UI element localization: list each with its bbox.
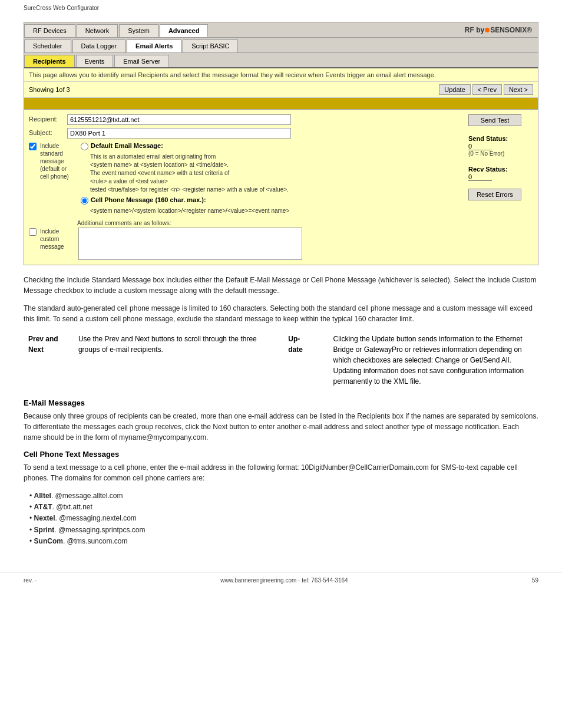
prev-button[interactable]: < Prev <box>472 84 502 95</box>
carrier-alltel: Alltel. @message.alltel.com <box>29 490 538 502</box>
cell-section-text: To send a text message to a cell phone, … <box>24 462 538 483</box>
include-standard-checkbox[interactable] <box>29 143 37 150</box>
send-status-section: Send Status: 0 (0 = No Error) <box>468 133 508 157</box>
tab-events[interactable]: Events <box>76 55 114 67</box>
cell-phone-text: <system name>/<system location>/<registe… <box>90 207 462 215</box>
tab-row-2: Scheduler Data Logger Email Alerts Scrip… <box>24 38 538 53</box>
carrier-nextel: Nextel. @messaging.nextel.com <box>29 513 538 524</box>
description-bar: This page allows you to identify email R… <box>24 68 538 82</box>
recipient-input[interactable] <box>67 114 291 125</box>
help-term-update: Up-date <box>283 331 328 389</box>
pagination-buttons: Update < Prev Next > <box>439 84 533 95</box>
form-left: Recipient: Subject: Includestandardmessa… <box>29 114 462 260</box>
next-button[interactable]: Next > <box>504 84 533 95</box>
tab-network[interactable]: Network <box>77 24 118 37</box>
recv-status-value: 0 <box>468 173 492 181</box>
tab-data-logger[interactable]: Data Logger <box>72 39 126 52</box>
recv-status-label: Recv Status: <box>468 166 508 173</box>
recipient-label: Recipient: <box>29 114 67 123</box>
footer-rev: rev. - <box>24 577 37 584</box>
tab-scheduler[interactable]: Scheduler <box>24 39 71 52</box>
page-footer: rev. - www.bannerengineering.com - tel: … <box>0 572 562 588</box>
help-desc-update: Clicking the Update button sends informa… <box>329 331 538 389</box>
additional-label: Additional comments are as follows: <box>77 220 462 226</box>
carrier-sprint: Sprint. @messaging.sprintpcs.com <box>29 525 538 536</box>
tab-recipients[interactable]: Recipients <box>24 55 75 67</box>
send-status-note: (0 = No Error) <box>468 150 508 157</box>
default-email-radio-row: Default Email Message: <box>81 142 462 150</box>
pagination-bar: Showing 1of 3 Update < Prev Next > <box>24 82 538 98</box>
footer-page: 59 <box>532 577 538 584</box>
help-term-prevnext: Prev andNext <box>24 331 74 389</box>
tab-row-1: RF Devices Network System Advanced RF by… <box>24 22 538 38</box>
send-status-label: Send Status: <box>468 135 508 142</box>
recv-status-section: Recv Status: 0 <box>468 163 508 181</box>
footer-website: www.bannerengineering.com - tel: 763-544… <box>220 577 348 584</box>
cell-section-title: Cell Phone Text Messages <box>24 450 538 459</box>
help-table: Prev andNext Use the Prev and Next butto… <box>24 331 538 389</box>
subject-row: Subject: <box>29 128 462 139</box>
cell-phone-label: Cell Phone Message (160 char. max.): <box>91 196 206 203</box>
form-right: Send Test Send Status: 0 (0 = No Error) … <box>462 114 533 260</box>
gold-bar <box>24 98 538 110</box>
subject-label: Subject: <box>29 128 67 136</box>
app-name: SureCross Web Configurator <box>24 5 99 11</box>
tab-advanced[interactable]: Advanced <box>160 24 209 37</box>
brand-area: RF by SENSONIX® <box>459 22 538 37</box>
recipient-row: Recipient: <box>29 114 462 125</box>
main-content: RF Devices Network System Advanced RF by… <box>0 16 562 566</box>
tab-row-3: Recipients Events Email Server <box>24 53 538 68</box>
tab-system[interactable]: System <box>119 24 158 37</box>
email-section-text: Because only three groups of recipients … <box>24 411 538 443</box>
reset-errors-button[interactable]: Reset Errors <box>468 189 521 200</box>
pagination-info: Showing 1of 3 <box>29 86 70 93</box>
carrier-suncom: SunCom. @tms.suncom.com <box>29 536 538 547</box>
default-email-radio[interactable] <box>81 143 88 150</box>
include-standard-row: Includestandardmessage(default orcell ph… <box>29 142 462 218</box>
tab-script-basic[interactable]: Script BASIC <box>183 39 238 52</box>
default-email-text: This is an automated email alert origina… <box>90 153 462 194</box>
help-desc-prevnext: Use the Prev and Next buttons to scroll … <box>74 331 283 389</box>
brand-dot <box>485 28 490 32</box>
form-main: Recipient: Subject: Includestandardmessa… <box>29 114 533 260</box>
include-custom-checkbox[interactable] <box>29 228 37 236</box>
subject-input[interactable] <box>67 128 291 139</box>
update-button[interactable]: Update <box>439 84 470 95</box>
description-text: This page allows you to identify email R… <box>29 71 436 78</box>
form-area: Recipient: Subject: Includestandardmessa… <box>24 110 538 265</box>
tab-rf-devices[interactable]: RF Devices <box>24 24 75 37</box>
app-header: SureCross Web Configurator <box>0 0 562 16</box>
body-para1: Checking the Include Standard Message bo… <box>24 275 538 296</box>
body-para2: The standard auto-generated cell phone m… <box>24 303 538 324</box>
message-options: Default Email Message: This is an automa… <box>81 142 462 218</box>
tab-email-alerts[interactable]: Email Alerts <box>127 39 181 52</box>
carrier-att: AT&T. @txt.att.net <box>29 502 538 513</box>
help-row-prevnext: Prev andNext Use the Prev and Next butto… <box>24 331 538 389</box>
send-status-value: 0 <box>468 143 492 150</box>
default-email-label: Default Email Message: <box>91 142 163 149</box>
send-test-button[interactable]: Send Test <box>468 114 521 126</box>
include-custom-label: Includecustommessage <box>40 228 78 251</box>
include-custom-row: Includecustommessage <box>29 228 462 260</box>
ui-panel: RF Devices Network System Advanced RF by… <box>24 22 538 265</box>
cell-phone-radio[interactable] <box>81 197 88 205</box>
include-standard-label: Includestandardmessage(default orcell ph… <box>40 142 78 180</box>
carrier-list: Alltel. @message.alltel.com AT&T. @txt.a… <box>24 490 538 547</box>
email-section-title: E-Mail Messages <box>24 398 538 407</box>
tab-email-server[interactable]: Email Server <box>114 55 169 67</box>
cell-phone-radio-row: Cell Phone Message (160 char. max.): <box>81 196 462 205</box>
custom-message-textarea[interactable] <box>78 228 302 260</box>
